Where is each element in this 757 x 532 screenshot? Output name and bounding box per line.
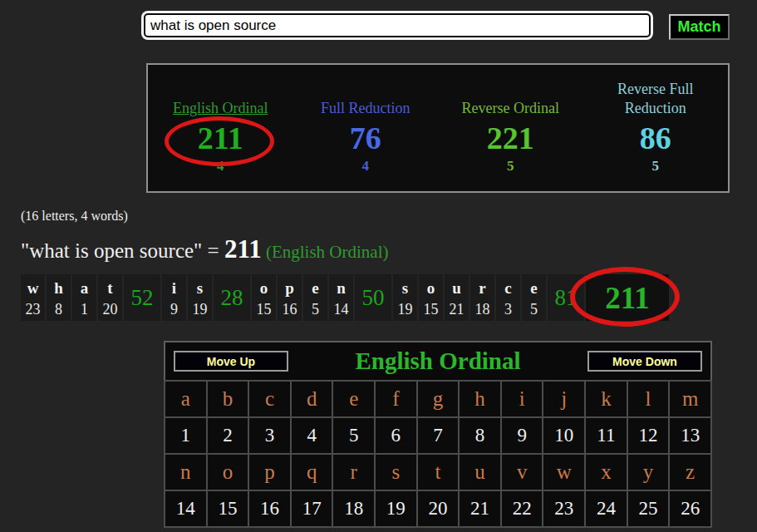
cipher-column-reverse-ordinal: Reverse Ordinal2215	[438, 65, 583, 191]
table-cell-w: w	[543, 454, 585, 490]
table-cell-v: v	[501, 454, 543, 490]
cipher-value-reverse-full-reduction: 86	[640, 120, 671, 156]
letters-words-summary: (16 letters, 4 words)	[21, 209, 128, 224]
breakdown-letter-value: 16	[283, 299, 297, 319]
move-down-button[interactable]: Move Down	[587, 351, 702, 372]
table-cell-i: i	[501, 381, 543, 417]
breakdown-letter-value: 1	[81, 299, 88, 319]
cipher-label-wrap: Reverse Full Reduction	[593, 78, 718, 118]
table-cell-4: 4	[291, 417, 333, 454]
breakdown-letter-value: 15	[424, 299, 439, 319]
breakdown-letter: r	[479, 277, 485, 299]
breakdown-letter-cell: s19	[188, 274, 212, 321]
breakdown-letter: c	[504, 277, 511, 299]
table-cell-17: 17	[291, 490, 333, 527]
table-cell-19: 19	[375, 490, 417, 527]
equation-phrase: "what is open source" =	[21, 239, 224, 262]
move-up-button[interactable]: Move Up	[174, 351, 288, 372]
breakdown-total: 211	[586, 274, 669, 321]
breakdown-letter-value: 3	[504, 299, 512, 319]
cipher-label-wrap: Reverse Ordinal	[448, 78, 573, 118]
table-cell-25: 25	[627, 490, 670, 527]
table-cell-20: 20	[417, 490, 460, 527]
table-row-numbers: 12345678910111213	[165, 417, 711, 454]
breakdown-letter-cell: e5	[303, 274, 327, 321]
table-cell-14: 14	[165, 490, 207, 527]
breakdown-letter: p	[285, 277, 294, 299]
breakdown-letter: e	[530, 277, 537, 299]
cipher-value-full-reduction: 76	[350, 120, 381, 156]
table-cell-m: m	[669, 381, 711, 417]
breakdown-letter-value: 8	[55, 299, 62, 319]
table-cell-x: x	[585, 454, 627, 490]
breakdown-letter: i	[172, 277, 176, 299]
cipher-value-english-ordinal: 211	[198, 120, 243, 156]
breakdown-letter: s	[197, 277, 203, 299]
table-cell-18: 18	[332, 490, 375, 527]
breakdown-letter-value: 14	[334, 299, 349, 319]
table-row-letters: abcdefghijklm	[165, 381, 711, 417]
table-cell-z: z	[669, 454, 711, 490]
breakdown-word-sum: 52	[124, 274, 160, 321]
table-cell-e: e	[332, 381, 375, 417]
cipher-label-reverse-ordinal: Reverse Ordinal	[462, 99, 559, 118]
breakdown-letter-value: 23	[26, 299, 41, 319]
table-row-letters: nopqrstuvwxyz	[165, 454, 711, 490]
table-cell-g: g	[417, 381, 460, 417]
cipher-label-english-ordinal[interactable]: English Ordinal	[173, 99, 268, 118]
table-cell-24: 24	[585, 490, 627, 527]
cipher-label-reverse-full-reduction: Reverse Full Reduction	[593, 80, 718, 118]
breakdown-letter-value: 5	[312, 299, 319, 319]
table-cell-b: b	[207, 381, 249, 417]
table-cell-o: o	[207, 454, 249, 490]
table-cell-9: 9	[501, 417, 543, 454]
table-cell-8: 8	[459, 417, 501, 454]
breakdown-letter: s	[402, 277, 408, 299]
phrase-equation: "what is open source" = 211 (English Ord…	[21, 234, 388, 264]
breakdown-letter: o	[260, 277, 268, 299]
table-cell-q: q	[291, 454, 333, 490]
table-cell-p: p	[248, 454, 291, 490]
breakdown-word-sum: 50	[355, 274, 391, 321]
breakdown-letter-cell: o15	[252, 274, 276, 321]
breakdown-word-sum: 28	[214, 274, 250, 321]
breakdown-letter-cell: t20	[98, 274, 122, 321]
table-cell-d: d	[291, 381, 333, 417]
table-cell-11: 11	[585, 417, 627, 454]
breakdown-letter: o	[427, 277, 435, 299]
match-button[interactable]: Match	[669, 14, 730, 40]
table-cell-l: l	[627, 381, 670, 417]
breakdown-letter: w	[27, 277, 39, 299]
breakdown-letter: h	[54, 277, 63, 299]
cipher-value-reverse-ordinal: 221	[487, 120, 534, 156]
table-cell-22: 22	[501, 490, 543, 527]
table-cell-c: c	[248, 381, 291, 417]
table-cell-2: 2	[207, 417, 249, 454]
breakdown-letter: a	[81, 277, 89, 299]
table-cell-k: k	[585, 381, 627, 417]
table-cell-26: 26	[669, 490, 711, 527]
breakdown-letter-value: 18	[475, 299, 490, 319]
table-row-numbers: 14151617181920212223242526	[165, 490, 711, 527]
breakdown-letter-cell: o15	[419, 274, 443, 321]
table-cell-j: j	[543, 381, 585, 417]
table-cell-t: t	[417, 454, 460, 490]
search-input[interactable]	[144, 13, 651, 37]
table-cell-s: s	[375, 454, 417, 490]
breakdown-letter-value: 9	[170, 299, 178, 319]
table-cell-12: 12	[627, 417, 670, 454]
breakdown-letter-value: 19	[193, 299, 208, 319]
breakdown-letter-cell: c3	[496, 274, 520, 321]
table-cell-u: u	[459, 454, 501, 490]
table-cell-3: 3	[248, 417, 291, 454]
breakdown-letter-cell: s19	[393, 274, 417, 321]
cipher-label-wrap: English Ordinal	[158, 78, 283, 118]
breakdown-letter: u	[452, 277, 461, 299]
table-cell-r: r	[332, 454, 375, 490]
table-cell-16: 16	[248, 490, 291, 527]
breakdown-letter-value: 15	[257, 299, 272, 319]
cipher-values-panel: English Ordinal2114Full Reduction764Reve…	[146, 63, 730, 193]
breakdown-letter-cell: n14	[329, 274, 353, 321]
breakdown-letter-cell: a1	[72, 274, 96, 321]
table-cell-1: 1	[165, 417, 207, 454]
